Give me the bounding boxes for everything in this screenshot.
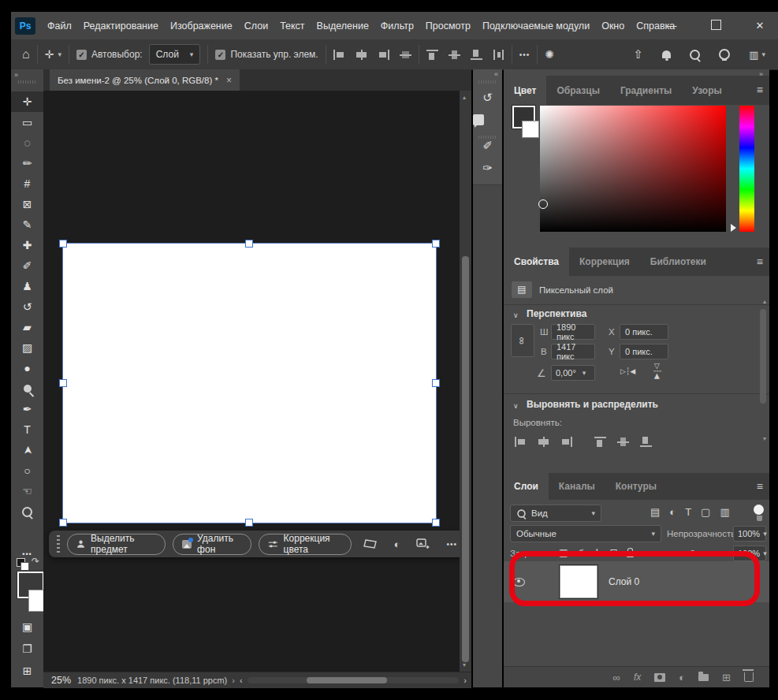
lock-position-icon[interactable]: ✛ xyxy=(593,547,601,558)
color-saturation-field[interactable] xyxy=(540,106,726,232)
tool-preset-chevron-icon[interactable]: ▾ xyxy=(58,50,61,58)
blur-tool[interactable]: ● xyxy=(11,358,43,378)
search-icon[interactable] xyxy=(690,50,700,60)
align-top-icon[interactable] xyxy=(594,437,606,447)
document-tab[interactable]: Без имени-2 @ 25% (Слой 0, RGB/8) * × xyxy=(50,69,240,91)
close-document-icon[interactable]: × xyxy=(226,75,232,86)
section-chevron-icon[interactable]: ∨ xyxy=(513,311,519,319)
align-center-v-icon[interactable] xyxy=(617,437,629,447)
tab-swatches[interactable]: Образцы xyxy=(546,76,610,105)
close-button[interactable]: ✕ xyxy=(751,20,769,32)
menu-image[interactable]: Изображение xyxy=(170,20,233,32)
transform-handle-se[interactable] xyxy=(432,519,440,527)
lock-all-icon[interactable] xyxy=(627,552,634,557)
home-icon[interactable]: ⌂ xyxy=(22,47,30,61)
layer-name[interactable]: Слой 0 xyxy=(609,576,639,587)
align-left-icon[interactable] xyxy=(333,50,345,60)
gradient-tool[interactable]: ▨ xyxy=(11,337,43,358)
adjustment-layer-icon[interactable]: ◐ xyxy=(679,672,685,683)
vertical-scrollbar[interactable]: ▴ ▾ xyxy=(460,91,471,672)
align-left-icon[interactable] xyxy=(515,437,527,447)
align-center-h-icon[interactable] xyxy=(355,50,367,60)
toolbar-grip[interactable] xyxy=(18,80,35,84)
vertical-scrollbar-thumb[interactable] xyxy=(462,256,469,662)
tab-layers[interactable]: Слои xyxy=(504,473,549,500)
show-transform-controls-checkbox[interactable]: ✓ xyxy=(215,50,225,60)
move-tool[interactable]: ✛ xyxy=(11,91,43,112)
adjustment-icon[interactable]: ◐ xyxy=(389,534,405,554)
align-bottom-icon[interactable] xyxy=(640,437,652,447)
align-center-v-icon[interactable] xyxy=(449,50,460,60)
link-layers-icon[interactable]: ∞ xyxy=(613,672,620,683)
link-dimensions-icon[interactable]: ∞ xyxy=(511,324,534,357)
scroll-down-icon[interactable]: ▾ xyxy=(463,661,466,668)
history-panel-icon[interactable]: ↺ xyxy=(473,91,502,105)
gear-icon[interactable]: ✺ xyxy=(545,48,554,61)
remove-background-button[interactable]: Удалить фон xyxy=(173,534,251,555)
comments-panel-icon[interactable] xyxy=(473,114,484,122)
panel-menu-icon[interactable]: ≡ xyxy=(757,480,763,493)
menu-filter[interactable]: Фильтр xyxy=(381,20,414,32)
document-canvas[interactable] xyxy=(63,244,436,523)
y-field[interactable]: 0 пикс. xyxy=(620,344,668,359)
layer-mask-icon[interactable] xyxy=(654,673,665,682)
color-picker-ring[interactable] xyxy=(538,199,548,209)
add-image-icon[interactable]: ⊞ xyxy=(11,661,43,681)
zoom-tool[interactable] xyxy=(11,501,43,522)
zoom-level[interactable]: 25% xyxy=(51,675,71,686)
tab-libraries[interactable]: Библиотеки xyxy=(640,248,717,276)
transform-handle-nw[interactable] xyxy=(59,240,67,248)
align-right-icon[interactable] xyxy=(560,437,572,447)
share-icon[interactable]: ⇧ xyxy=(634,47,644,61)
rectangular-marquee-tool[interactable]: ▭ xyxy=(11,112,43,132)
height-field[interactable]: 1417 пикс xyxy=(551,344,595,359)
width-field[interactable]: 1890 пикс xyxy=(551,324,595,340)
hand-tool[interactable]: ☜ xyxy=(11,481,43,501)
tab-properties[interactable]: Свойства xyxy=(504,248,569,276)
filter-pixel-icon[interactable]: ▤ xyxy=(650,506,660,518)
align-right-icon[interactable] xyxy=(378,50,389,60)
layer-row[interactable]: Слой 0 xyxy=(504,561,769,602)
scroll-up-icon[interactable]: ▴ xyxy=(463,94,466,101)
align-center-h-icon[interactable] xyxy=(538,437,549,447)
scroll-down-icon[interactable]: ▾ xyxy=(763,435,766,442)
menu-layers[interactable]: Слои xyxy=(244,20,268,32)
panel-menu-icon[interactable]: ≡ xyxy=(757,255,763,268)
layer-group-icon[interactable] xyxy=(698,674,709,681)
autoselect-target-select[interactable]: Слой ▾ xyxy=(149,44,201,65)
blend-mode-select[interactable]: Обычные ▾ xyxy=(510,525,661,542)
menu-view[interactable]: Просмотр xyxy=(426,20,471,32)
brushes-panel-icon[interactable]: ✐ xyxy=(473,139,502,153)
lock-transparency-icon[interactable]: ▦ xyxy=(559,547,568,558)
menu-file[interactable]: Файл xyxy=(47,20,72,32)
transform-icon[interactable] xyxy=(359,534,382,554)
transform-handle-n[interactable] xyxy=(245,240,253,248)
dodge-tool[interactable] xyxy=(11,378,43,399)
expand-panels-icon[interactable]: » xyxy=(759,70,763,78)
delete-layer-icon[interactable] xyxy=(744,672,754,682)
more-options-icon[interactable]: ••• xyxy=(519,50,530,59)
lock-paint-icon[interactable]: ✐ xyxy=(576,547,584,558)
new-layer-icon[interactable]: ⊞ xyxy=(722,672,731,683)
menu-select[interactable]: Выделение xyxy=(317,20,369,32)
scroll-up-icon[interactable]: ▴ xyxy=(763,298,766,305)
crop-tool[interactable]: # xyxy=(11,173,43,194)
opacity-field[interactable]: 100% ▾ xyxy=(733,526,766,542)
transform-handle-ne[interactable] xyxy=(432,240,440,248)
menu-type[interactable]: Текст xyxy=(280,20,304,32)
tab-adjustments[interactable]: Коррекция xyxy=(569,248,640,276)
hue-slider[interactable] xyxy=(739,106,754,232)
horizontal-scrollbar[interactable] xyxy=(248,677,460,683)
filter-shape-icon[interactable]: ▢ xyxy=(701,506,710,518)
tab-paths[interactable]: Контуры xyxy=(605,473,667,500)
eyedropper-tool[interactable]: ✎ xyxy=(11,214,43,235)
filter-type-icon[interactable]: T xyxy=(685,506,691,518)
transform-handle-s[interactable] xyxy=(245,519,253,527)
notifications-bell-icon[interactable] xyxy=(662,50,671,58)
align-bottom-icon[interactable] xyxy=(471,50,482,60)
collapse-panels-icon[interactable]: « xyxy=(494,70,498,78)
brush-tool[interactable]: ✐ xyxy=(11,255,43,276)
status-popup-chevron-icon[interactable]: › xyxy=(232,676,235,685)
canvas[interactable]: Выделить предмет Удалить фон Коррекция ц… xyxy=(43,91,460,672)
filter-adjustment-icon[interactable]: ◐ xyxy=(669,506,676,518)
